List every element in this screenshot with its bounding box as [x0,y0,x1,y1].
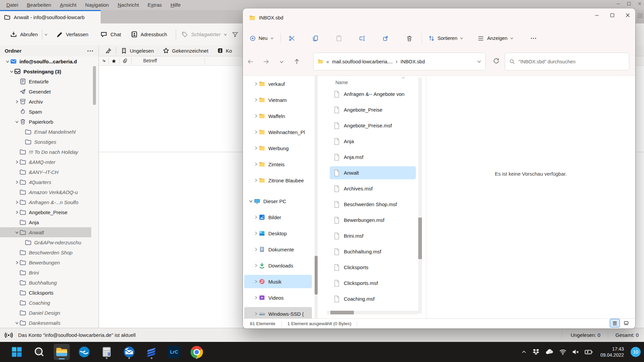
menu-item-bearbeiten[interactable]: Bearbeiten [22,0,56,10]
recent-locations-icon[interactable] [274,60,289,64]
file-item-buchhaltung-msf[interactable]: Buchhaltung.msf [327,244,418,259]
address-book-button[interactable]: Adressbuch [130,31,167,38]
taskbar-openoffice-button[interactable] [76,344,92,360]
folder-item-bewerbungen[interactable]: Bewerbungen [0,257,99,267]
tray-chevron-up-icon[interactable] [521,349,527,355]
folder-item-gesendet[interactable]: Gesendet [0,86,99,97]
nav-item-desktop[interactable]: Desktop [243,225,319,241]
maximize-icon[interactable] [627,1,631,6]
file-item-anfragen-angebote-von[interactable]: Anfragen &-- Angebote von [327,86,418,102]
folder-item-sonstiges[interactable]: Sonstiges [0,137,99,147]
breadcrumb-current[interactable]: INBOX.sbd [400,59,425,64]
nav-item-windows-ssd-[interactable]: Windows-SSD ( [243,306,319,318]
minimize-icon[interactable] [616,1,621,6]
folder-item-anwalt[interactable]: Anwalt [0,227,91,237]
clock[interactable]: 17:43 09.04.2022 [600,346,624,358]
file-item-anwalt[interactable]: Anwalt [327,165,418,181]
address-dropdown-icon[interactable] [477,59,481,64]
list-view-button[interactable] [610,319,620,327]
explorer-titlebar[interactable]: INBOX.sbd [243,8,635,27]
folder-item-info-soulfo-carberia-d[interactable]: info@soulfo...carberia.d [0,56,99,66]
folder-item--any-it-ch[interactable]: &ANY--IT-CH [0,167,99,177]
copy-button[interactable] [309,35,322,42]
nav-item-vietnam[interactable]: Vietnam [243,92,319,108]
cut-button[interactable] [285,35,299,42]
file-item-angebote-preise[interactable]: Angebote_Preise [327,102,418,118]
sort-button[interactable]: Sortieren [428,35,464,42]
folder-item-4quarters[interactable]: 4Quarters [0,177,99,187]
files-vscrollbar-thumb[interactable] [418,218,422,259]
nav-item-werbung[interactable]: Werbung [243,140,319,156]
filter-starred-button[interactable]: Gekennzeichnet [163,47,208,54]
nav-item-dokumente[interactable]: Dokumente [243,241,319,257]
thumbnail-view-button[interactable] [621,319,631,327]
forward-icon[interactable] [258,58,274,65]
files-hscrollbar-thumb[interactable] [330,311,354,314]
filter-contact-button[interactable]: Ko [217,48,232,54]
folder-item-papierkorb[interactable]: Papierkorb [0,117,99,127]
back-icon[interactable] [243,58,258,65]
breadcrumb-root[interactable]: mail.soulfood-lowcarberia.... [332,59,393,64]
folder-item--to-do-nach-holiday[interactable]: !!! To Do nach Holiday [0,147,99,157]
file-item-brini-msf[interactable]: Brini.msf [327,228,418,244]
notification-badge[interactable]: 10 [631,347,641,357]
name-column-header[interactable]: Name [335,80,348,85]
nav-item-videos[interactable]: Videos [243,290,319,306]
file-item-anja[interactable]: Anja [327,133,418,149]
column-picker-icon[interactable] [637,13,643,19]
taskbar-explorer-button[interactable] [54,344,70,360]
write-button[interactable]: Verfassen [56,31,89,38]
subject-column-header[interactable]: Betreff [143,58,157,63]
dropbox-icon[interactable] [532,348,540,356]
folder-item-posteingang-3-[interactable]: Posteingang (3) [0,66,99,76]
nav-item-musik[interactable]: Musik [243,274,319,290]
folder-item-coaching[interactable]: Coaching [0,298,99,308]
nav-item-waffeln[interactable]: Waffeln [243,108,319,124]
folder-item-gr-apw-nderzuschu[interactable]: Gr&APw-nderzuschu [0,237,99,247]
battery-charging-icon[interactable] [584,348,593,356]
up-icon[interactable] [289,58,305,65]
close-button[interactable] [620,8,635,22]
folder-item-archiv[interactable]: Archiv [0,97,99,107]
quick-filter-toggle[interactable] [232,31,238,38]
folder-pane-menu-icon[interactable] [87,47,94,55]
folder-pane-scrollbar[interactable] [93,66,96,105]
file-item-coaching-msf[interactable]: Coaching.msf [327,291,418,307]
nav-scrollbar-thumb[interactable] [315,256,318,295]
taskbar-layers-app-button[interactable] [144,344,160,360]
chat-button[interactable]: Chat [100,31,121,38]
account-activity-icon[interactable] [5,331,13,339]
file-item-clicksports-msf[interactable]: Clicksports.msf [327,275,418,291]
nav-item-zimteis[interactable]: Zimteis [243,156,319,172]
star-column-button[interactable] [111,59,116,64]
folder-item-spam[interactable]: Spam [0,107,99,117]
share-button[interactable] [379,35,393,42]
onedrive-icon[interactable] [545,347,554,357]
folder-item-email-mandelmehl[interactable]: Email Mandelmehl [0,127,99,137]
breadcrumb-collapse[interactable]: « [326,59,329,64]
filter-unread-button[interactable]: Ungelesen [121,48,154,54]
file-item-clicksports[interactable]: Clicksports [327,259,418,275]
taskbar-calculator-button[interactable] [99,344,115,360]
file-item-angebote-preise-msf[interactable]: Angebote_Preise.msf [327,118,418,133]
get-mail-dropdown[interactable] [44,33,48,36]
nav-item-downloads[interactable]: Downloads [243,257,319,274]
folder-item-buchhaltung[interactable]: Buchhaltung [0,278,99,288]
file-item-anja-msf[interactable]: Anja.msf [327,149,418,165]
menu-item-datei[interactable]: Datei [2,0,22,10]
menu-item-extras[interactable]: Extras [143,0,166,10]
folder-item-entw-rfe[interactable]: Entwürfe [0,76,99,86]
search-input[interactable] [519,59,625,64]
folder-item-amazon-verk-aoq-u[interactable]: Amazon Verk&AOQ-u [0,187,99,197]
files-vscrollbar-track[interactable] [418,77,422,313]
menu-item-nachricht[interactable]: Nachricht [113,0,143,10]
file-item-bewerbungen-msf[interactable]: Bewerbungen.msf [327,212,418,228]
nav-item-dieser-pc[interactable]: Dieser PC [243,193,319,209]
folder-item-angebote-preise[interactable]: Angebote_Preise [0,207,99,217]
menu-item-navigation[interactable]: Navigation [81,0,113,10]
maximize-button[interactable] [604,8,620,22]
close-icon[interactable] [637,1,642,6]
taskbar-search-button[interactable] [31,344,47,360]
taskbar-start-button[interactable] [9,344,25,360]
menu-item-ansicht[interactable]: Ansicht [56,0,81,10]
